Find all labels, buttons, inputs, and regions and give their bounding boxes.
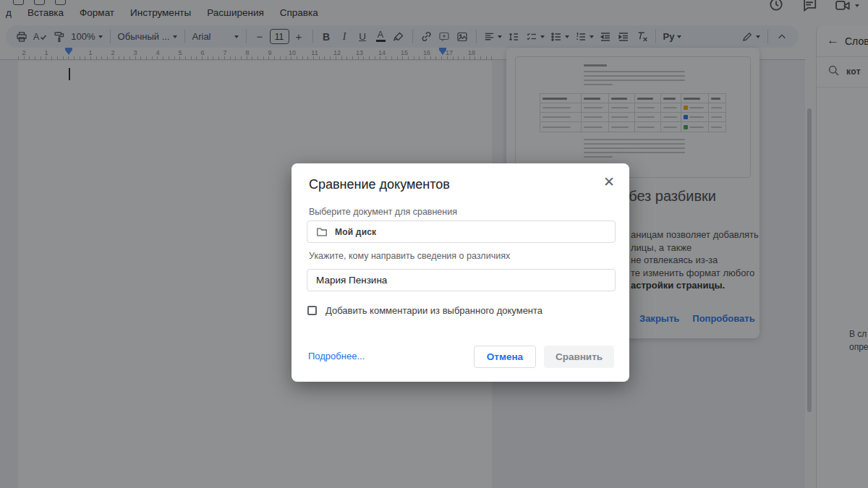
- cancel-button[interactable]: Отмена: [474, 346, 536, 368]
- compare-documents-dialog: Сравнение документов ✕ Выберите документ…: [292, 163, 629, 382]
- folder-icon: [316, 226, 328, 238]
- include-comments-label: Добавить комментарии из выбранного докум…: [326, 305, 542, 316]
- include-comments-checkbox[interactable]: [307, 306, 317, 315]
- recipient-label: Укажите, кому направить сведения о разли…: [309, 251, 510, 261]
- recipient-input[interactable]: Мария Пензина: [307, 269, 616, 291]
- select-document-label: Выберите документ для сравнения: [309, 207, 457, 217]
- recipient-value: Мария Пензина: [316, 275, 387, 286]
- learn-more-link[interactable]: Подробнее...: [308, 351, 365, 361]
- drive-picker-field[interactable]: Мой диск: [307, 221, 616, 243]
- dialog-title: Сравнение документов: [309, 177, 450, 192]
- compare-button[interactable]: Сравнить: [544, 346, 614, 368]
- drive-picker-value: Мой диск: [335, 227, 376, 237]
- include-comments-row: Добавить комментарии из выбранного докум…: [307, 305, 542, 316]
- close-icon[interactable]: ✕: [603, 174, 615, 190]
- google-docs-app: д Вставка Формат Инструменты Расширения …: [0, 0, 868, 488]
